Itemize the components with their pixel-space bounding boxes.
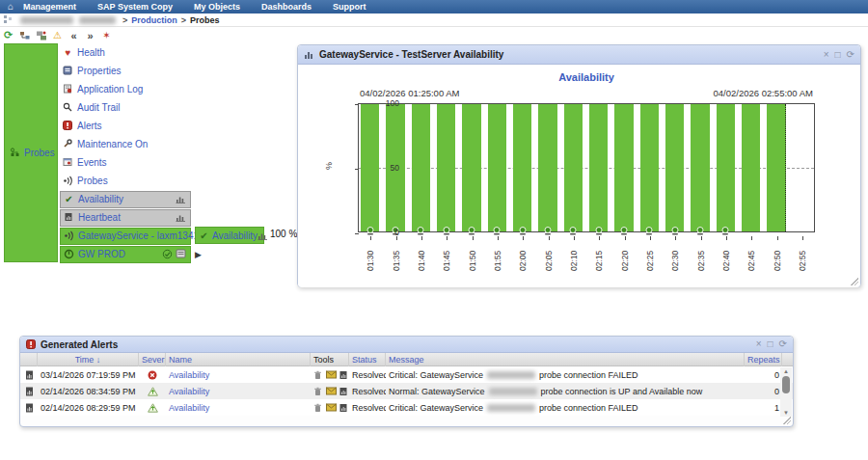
close-icon[interactable]: × <box>824 50 829 60</box>
app-log-icon <box>63 84 73 95</box>
alert-status: Resolved <box>349 399 386 416</box>
nav-item-my-objects[interactable]: My Objects <box>194 2 240 12</box>
breadcrumb-separator: > <box>181 15 186 25</box>
redacted-system-name <box>20 16 73 24</box>
maximize-icon[interactable]: □ <box>835 50 841 60</box>
menu-item-label: Events <box>77 157 107 168</box>
report-icon[interactable] <box>339 370 349 380</box>
column-header-tools[interactable]: Tools <box>311 353 349 366</box>
y-tickmark <box>355 104 359 105</box>
availability-marker-icon <box>569 222 577 230</box>
availability-bar-02:35 <box>691 104 709 231</box>
availability-bar-02:50 <box>767 104 785 231</box>
expand-arrow-icon[interactable]: ▶ <box>195 250 202 259</box>
availability-bar-02:45 <box>742 104 760 231</box>
redacted-host-name <box>489 388 537 395</box>
alert-name-link[interactable]: Availability <box>166 366 311 383</box>
close-icon[interactable]: × <box>756 339 762 349</box>
detach-icon[interactable]: ✶ <box>100 29 113 41</box>
maximize-icon[interactable]: □ <box>768 339 773 349</box>
report-icon[interactable] <box>339 387 349 396</box>
report-icon[interactable] <box>339 403 349 413</box>
availability-metric-badge[interactable]: ✔ Availability <box>195 227 264 244</box>
breadcrumb-link-production[interactable]: Production <box>131 15 177 25</box>
sidebar-node-probes[interactable]: Probes <box>4 43 58 262</box>
bar-chart-icon[interactable] <box>176 212 186 223</box>
y-tickmark <box>355 233 359 234</box>
column-header-repeats[interactable]: Repeats <box>745 353 782 366</box>
alert-time: 03/14/2026 07:19:59 PM <box>38 366 139 383</box>
alert-status: Resolved <box>349 366 386 383</box>
alert-warning-icon[interactable]: ⚠ <box>51 29 64 41</box>
bar-chart-icon[interactable] <box>176 194 186 204</box>
column-header-time[interactable]: Time ↓ <box>38 353 139 366</box>
collapse-left-icon[interactable]: « <box>68 29 80 41</box>
home-icon[interactable]: ⌂ <box>8 2 14 12</box>
x-tick-label-01:45: 01:45 <box>442 238 452 271</box>
scroll-up-icon[interactable]: ▲ <box>783 367 789 375</box>
system-copy-icon[interactable] <box>35 29 47 41</box>
trash-icon[interactable] <box>313 403 324 413</box>
probe-tree-icon[interactable] <box>18 29 31 41</box>
breadcrumb-node-icon <box>3 14 14 25</box>
availability-bar-02:05 <box>538 104 556 231</box>
alert-name-link[interactable]: Availability <box>166 399 311 416</box>
alert-tools <box>311 399 349 416</box>
envelope-icon[interactable] <box>326 403 337 413</box>
alert-icon <box>26 339 37 350</box>
alerts-icon <box>63 121 73 131</box>
availability-marker-icon <box>696 222 704 230</box>
column-header-severity[interactable]: Severity <box>139 353 166 366</box>
nav-item-support[interactable]: Support <box>333 2 366 12</box>
column-header-message[interactable]: Message <box>386 353 745 366</box>
scroll-down-icon[interactable]: ▼ <box>783 409 789 417</box>
expand-right-icon[interactable]: » <box>84 29 96 41</box>
availability-bar-01:50 <box>462 104 480 231</box>
availability-bar-02:20 <box>614 104 633 231</box>
availability-chart: Availability 04/02/2026 01:25:00 AM 04/0… <box>298 65 860 287</box>
availability-bar-02:25 <box>640 104 659 231</box>
y-tick-50: 50 <box>376 163 399 173</box>
envelope-icon[interactable] <box>326 387 337 396</box>
refresh-icon[interactable]: ⟳ <box>779 339 787 349</box>
x-tick-label-02:30: 02:30 <box>670 238 681 271</box>
x-tick-label-02:10: 02:10 <box>569 238 580 271</box>
check-circle-icon[interactable] <box>162 249 173 259</box>
envelope-icon[interactable] <box>326 370 337 380</box>
nav-item-sap-system-copy[interactable]: SAP System Copy <box>97 2 173 12</box>
trash-icon[interactable] <box>313 370 324 380</box>
column-header-status[interactable]: Status <box>349 353 386 366</box>
probe-signal-icon <box>64 230 74 241</box>
details-icon[interactable] <box>176 249 186 259</box>
bar-chart-icon <box>304 49 314 60</box>
check-icon: ✔ <box>64 194 74 204</box>
refresh-icon[interactable]: ⟳ <box>847 50 854 60</box>
availability-marker-icon <box>671 222 679 230</box>
sidebar-node-label: Probes <box>24 148 55 158</box>
severity-critical-icon <box>139 366 166 383</box>
availability-marker-icon <box>645 222 653 230</box>
alerts-scrollbar[interactable]: ▲ ▼ <box>780 367 792 417</box>
properties-icon <box>63 66 73 76</box>
nav-item-dashboards[interactable]: Dashboards <box>261 2 312 12</box>
chart-end-time: 04/02/2026 02:55:00 AM <box>713 88 813 98</box>
trash-icon[interactable] <box>313 387 324 396</box>
availability-bar-01:40 <box>412 104 430 231</box>
scrollbar-thumb[interactable] <box>782 376 790 393</box>
alerts-resize-grip[interactable] <box>783 417 791 424</box>
chart-window-header[interactable]: GatewayService - TestServer Availability… <box>298 45 860 65</box>
availability-bar-02:10 <box>564 104 583 231</box>
column-header-name[interactable]: Name <box>166 353 311 366</box>
availability-marker-icon <box>721 222 729 230</box>
alert-name-link[interactable]: Availability <box>166 383 311 399</box>
y-axis-label: % <box>324 162 334 170</box>
alert-doc-icon <box>20 366 38 383</box>
refresh-icon[interactable]: ⟳ <box>2 29 14 41</box>
nav-item-management[interactable]: Management <box>23 2 76 12</box>
availability-marker-icon <box>620 222 628 230</box>
power-icon <box>64 249 74 259</box>
chart-resize-grip[interactable] <box>851 278 858 285</box>
probe-signal-icon <box>63 176 73 186</box>
alerts-window-header[interactable]: Generated Alerts × □ ⟳ <box>20 337 793 353</box>
app-window: ⌂ ManagementSAP System CopyMy ObjectsDas… <box>0 0 868 460</box>
